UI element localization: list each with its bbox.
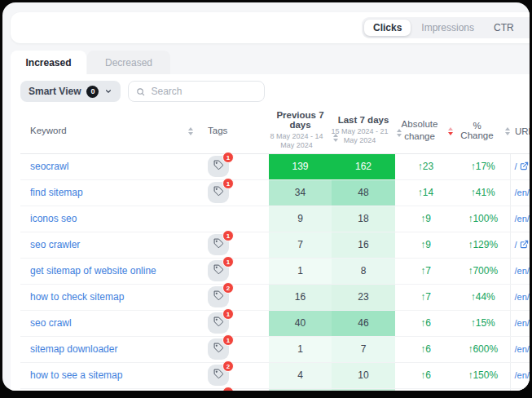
- sort-keyword-icon[interactable]: [188, 127, 193, 135]
- tag-count-badge: 1: [222, 152, 234, 163]
- metric-option-ctr[interactable]: CTR: [485, 20, 523, 36]
- absolute-change-cell: ↑23: [395, 153, 456, 179]
- tag-count-badge: 1: [222, 178, 234, 189]
- absolute-change-cell: ↑14: [395, 179, 456, 206]
- tag-count-badge: 1: [222, 256, 234, 268]
- tag-count-badge: 2: [222, 360, 234, 372]
- tag-count-badge: 1: [222, 334, 234, 346]
- keyword-link[interactable]: how to see a sitemap: [20, 362, 200, 388]
- sort-absolute-change-icon-active[interactable]: [448, 127, 453, 135]
- url-link[interactable]: [510, 388, 530, 391]
- col-header-absolute-change: Absolute change: [398, 118, 441, 142]
- url-link[interactable]: /en/: [510, 284, 530, 310]
- tab-increased[interactable]: Increased: [11, 51, 86, 75]
- table-row: find sitemap 1 34 48 ↑14 ↑41% /en/: [20, 179, 530, 206]
- tag-icon: [213, 186, 224, 199]
- keyword-link[interactable]: how to check sitemap: [20, 284, 200, 310]
- search-input[interactable]: [151, 86, 248, 97]
- tag-button[interactable]: 1: [208, 260, 229, 281]
- col-header-keyword: Keyword: [30, 126, 67, 135]
- prev-value-cell: 7: [269, 232, 332, 258]
- tag-icon: [213, 343, 224, 356]
- tag-button[interactable]: 1: [208, 312, 229, 334]
- table-row: seo crawler 1 7 16 ↑9 ↑129% /: [20, 232, 530, 258]
- keyword-link[interactable]: seocrawl: [20, 153, 200, 179]
- metric-option-clicks[interactable]: Clicks: [364, 20, 411, 36]
- tag-icon: [213, 160, 224, 173]
- url-link[interactable]: /: [510, 232, 530, 258]
- last-value-cell: 46: [332, 310, 395, 336]
- percent-change-cell: ↑100%: [456, 206, 510, 232]
- prev-value-cell: 40: [269, 310, 332, 336]
- absolute-change-cell: ↑6: [395, 362, 456, 388]
- tag-button[interactable]: 1: [208, 182, 229, 203]
- url-link[interactable]: /en/: [510, 362, 530, 388]
- url-link[interactable]: /en/: [510, 310, 530, 336]
- metric-switcher: Clicks Impressions CTR Avg Position: [362, 17, 530, 38]
- percent-change-cell: ↑600%: [456, 336, 510, 362]
- smart-view-label: Smart View: [29, 86, 81, 97]
- keyword-link[interactable]: sitemap downloader: [20, 336, 200, 362]
- keyword-link[interactable]: seo crawler: [20, 232, 200, 258]
- external-link-icon[interactable]: [520, 161, 529, 172]
- url-link[interactable]: /en/: [510, 258, 530, 284]
- keyword-link[interactable]: iconos seo: [20, 206, 200, 232]
- prev-value-cell: [269, 388, 332, 391]
- absolute-change-cell: ↑7: [395, 284, 456, 310]
- prev-value-cell: 1: [269, 336, 332, 362]
- keyword-link[interactable]: [20, 388, 200, 391]
- table-row: how to check sitemap 2 16 23 ↑7 ↑44% /en…: [20, 284, 530, 310]
- results-panel: Smart View 0 Keyword: [11, 74, 530, 391]
- metric-card: Clicks Impressions CTR Avg Position: [11, 12, 530, 43]
- metric-option-avg-position[interactable]: Avg Position: [525, 20, 530, 36]
- external-link-icon[interactable]: [520, 240, 529, 250]
- last-value-cell: 7: [332, 336, 395, 362]
- keyword-link[interactable]: seo crawl: [20, 310, 200, 336]
- keyword-link[interactable]: find sitemap: [20, 179, 200, 206]
- last-value-cell: 162: [332, 153, 395, 179]
- col-header-last: Last 7 days 15 May 2024 - 21 May 2024: [332, 115, 395, 146]
- smart-view-dropdown[interactable]: Smart View 0: [20, 81, 121, 102]
- table-row: seocrawl 1 139 162 ↑23 ↑17% /: [20, 153, 530, 179]
- last-value-cell: 10: [332, 362, 395, 388]
- col-header-percent-change: % Change: [456, 121, 498, 140]
- url-link[interactable]: /en/: [510, 336, 530, 362]
- percent-change-cell: ↑129%: [456, 232, 510, 258]
- absolute-change-cell: [395, 388, 456, 391]
- col-header-url: URL: [515, 126, 530, 136]
- percent-change-cell: [456, 388, 510, 391]
- tag-button[interactable]: 2: [208, 365, 229, 386]
- tag-count-badge: 1: [222, 308, 234, 320]
- percent-change-cell: ↑41%: [456, 179, 510, 206]
- url-link[interactable]: /: [510, 153, 530, 179]
- last-value-cell: 48: [332, 179, 395, 206]
- keywords-table: Keyword Tags Previous 7 days 8 May 2024 …: [20, 108, 530, 391]
- tag-button[interactable]: 2: [208, 286, 229, 307]
- table-row-partial: [20, 388, 530, 391]
- table-row: seo crawl 1 40 46 ↑6 ↑15% /en/: [20, 310, 530, 336]
- last-value-cell: 23: [332, 284, 395, 310]
- prev-value-cell: 34: [269, 179, 332, 206]
- tag-icon: [213, 238, 224, 251]
- last-value-cell: 18: [332, 206, 395, 232]
- tag-button[interactable]: 1: [208, 156, 229, 177]
- percent-change-cell: ↑17%: [456, 153, 510, 179]
- search-box: [128, 81, 265, 102]
- sort-percent-change-icon[interactable]: [505, 127, 510, 135]
- url-link[interactable]: /en/: [510, 206, 530, 232]
- tab-decreased[interactable]: Decreased: [87, 51, 170, 75]
- table-row: get sitemap of website online 1 1 8 ↑7 ↑…: [20, 258, 530, 284]
- tag-count-badge: 2: [222, 282, 234, 294]
- col-header-previous: Previous 7 days 8 May 2024 - 14 May 2024: [269, 110, 332, 151]
- tag-icon: [213, 290, 224, 303]
- tag-button[interactable]: 1: [208, 338, 229, 360]
- percent-change-cell: ↑150%: [456, 362, 510, 388]
- tag-button[interactable]: 1: [208, 234, 229, 255]
- prev-value-cell: 1: [269, 258, 332, 284]
- metric-option-impressions[interactable]: Impressions: [412, 20, 483, 36]
- keyword-link[interactable]: get sitemap of website online: [20, 258, 200, 284]
- absolute-change-cell: ↑7: [395, 258, 456, 284]
- tag-icon: [213, 316, 224, 329]
- url-link[interactable]: /en/: [510, 179, 530, 206]
- col-header-tags: Tags: [208, 126, 227, 135]
